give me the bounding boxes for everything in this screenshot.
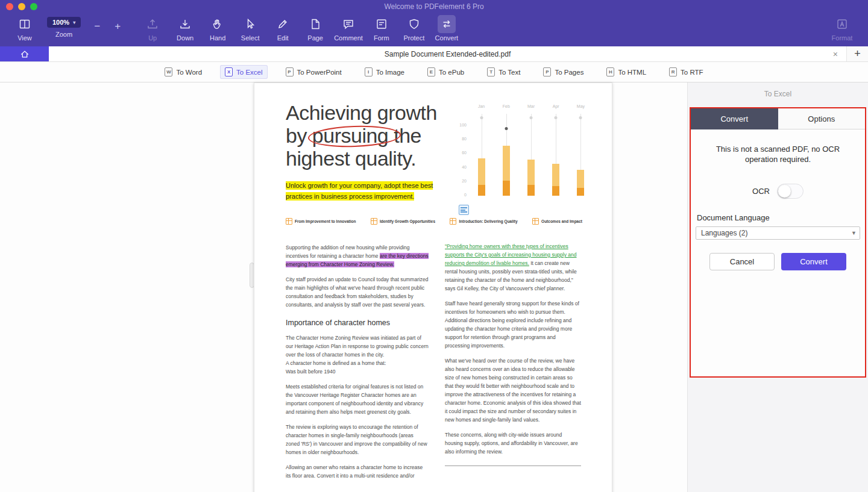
form-button[interactable]: Form [368, 15, 395, 42]
note-annotation-icon[interactable] [459, 205, 469, 215]
zoom-in-button[interactable]: + [111, 20, 124, 33]
convert-button[interactable]: Convert [433, 15, 461, 42]
comment-button[interactable]: Comment [334, 15, 363, 42]
dialog-buttons: Cancel Convert [691, 253, 865, 270]
protect-button[interactable]: Protect [400, 15, 428, 42]
convert-to-powerpoint[interactable]: P To PowerPoint [281, 65, 347, 79]
tab-bar: Sample Document Extended-edited.pdf × + [0, 46, 868, 62]
view-button[interactable]: View [11, 15, 39, 42]
convert-to-image[interactable]: I To Image [360, 65, 409, 79]
paragraph: "Providing home owners with these types … [445, 242, 581, 293]
feature-item: Outcomes and Impact [532, 218, 582, 225]
page-up-button[interactable]: Up [139, 15, 166, 42]
paragraph: Staff have heard generally strong suppor… [445, 299, 581, 350]
convert-format-bar: W To Word X To Excel P To PowerPoint I T… [0, 62, 868, 83]
epub-file-icon: E [427, 67, 435, 76]
form-icon [373, 15, 391, 33]
paragraph: A character home is defined as a home th… [286, 359, 429, 367]
close-tab-icon[interactable]: × [833, 46, 838, 61]
hand-tool-button[interactable]: Hand [204, 15, 231, 42]
ocr-row: OCR [691, 184, 865, 199]
pdf-page[interactable]: Achieving growth by pursuing the highest… [254, 83, 612, 492]
language-select[interactable]: Languages (2) ▼ [696, 226, 860, 240]
convert-dialog: Convert Options This is not a scanned PD… [690, 107, 866, 378]
zoom-out-button[interactable]: − [90, 20, 104, 33]
feature-item: Identify Growth Opportunities [371, 218, 435, 225]
chart-y-axis: 100806040200 [453, 104, 469, 208]
pdfelement-window: Welcome to PDFelement 6 Pro View 100% ▾ … [0, 0, 868, 492]
circled-word: pursuing [312, 124, 388, 147]
hand-icon [209, 15, 227, 33]
zoom-control: 100% ▾ Zoom [47, 17, 81, 38]
rtf-file-icon: R [669, 67, 677, 76]
feature-item: From Improvement to Innovation [286, 218, 356, 225]
divider [445, 466, 581, 466]
page-down-button[interactable]: Down [171, 15, 199, 42]
select-tool-button[interactable]: Select [236, 15, 264, 42]
cancel-button[interactable]: Cancel [709, 253, 775, 270]
zoom-dropdown[interactable]: 100% ▾ [47, 17, 81, 28]
section-heading: Importance of character homes [286, 319, 429, 327]
panel-title: To Excel [688, 90, 868, 98]
mini-chart-plot: JanFebMarAprMay [469, 104, 593, 208]
html-file-icon: H [606, 67, 614, 76]
left-column: Supporting the addition of new housing w… [286, 243, 429, 487]
chevron-down-icon: ▼ [851, 230, 857, 236]
document-tab[interactable]: Sample Document Extended-edited.pdf × [49, 46, 846, 61]
toggle-knob [778, 185, 791, 198]
convert-to-html[interactable]: H To HTML [602, 65, 651, 79]
chart-column: Jan [469, 104, 494, 208]
pages-file-icon: P [543, 67, 551, 76]
ocr-toggle[interactable] [777, 184, 804, 199]
close-window-button[interactable] [6, 3, 13, 10]
mini-chart-axis: 100806040200 [459, 123, 467, 197]
grid-icon [532, 218, 539, 225]
document-tab-title: Sample Document Extended-edited.pdf [385, 50, 511, 58]
image-file-icon: I [365, 67, 373, 76]
paragraph: City staff provided an update to Council… [286, 275, 429, 309]
new-tab-button[interactable]: + [846, 46, 868, 61]
paragraph: The Character Home Zoning Review was ini… [286, 334, 429, 359]
chart-column: Apr [544, 104, 568, 208]
view-icon [16, 15, 34, 33]
excel-file-icon: X [225, 67, 233, 76]
app-header: Welcome to PDFelement 6 Pro View 100% ▾ … [0, 0, 868, 46]
paragraph: These concerns, along with city-wide iss… [445, 431, 581, 456]
convert-to-rtf[interactable]: R To RTF [664, 65, 708, 79]
text-file-icon: T [487, 67, 495, 76]
home-button[interactable] [0, 46, 49, 61]
arrow-down-tray-icon [176, 15, 194, 33]
convert-arrows-icon [438, 15, 456, 33]
convert-confirm-button[interactable]: Convert [781, 253, 846, 270]
tab-options[interactable]: Options [778, 108, 866, 129]
page-button[interactable]: Page [301, 15, 329, 42]
yellow-highlight-text: Unlock growth for your company, adopt th… [286, 180, 450, 202]
convert-to-excel[interactable]: X To Excel [220, 65, 267, 79]
paragraph: Supporting the addition of new housing w… [286, 243, 429, 269]
convert-to-pages[interactable]: P To Pages [538, 65, 588, 79]
edit-button[interactable]: Edit [269, 15, 297, 42]
paragraph: Was built before 1940 [286, 367, 429, 376]
paragraph: Allowing an owner who retains a characte… [286, 463, 429, 480]
document-canvas: Achieving growth by pursuing the highest… [0, 83, 868, 492]
convert-to-epub[interactable]: E To ePub [423, 65, 469, 79]
window-title: Welcome to PDFelement 6 Pro [0, 0, 868, 13]
dialog-tabs: Convert Options [691, 108, 865, 129]
ocr-label: OCR [752, 187, 770, 196]
chart-column: Feb [494, 104, 518, 208]
convert-panel: To Excel Convert Options This is not a s… [687, 83, 868, 492]
traffic-lights [6, 3, 37, 10]
minimize-window-button[interactable] [18, 3, 25, 10]
format-icon [833, 15, 851, 33]
convert-to-word[interactable]: W To Word [160, 65, 207, 79]
tab-convert[interactable]: Convert [691, 108, 778, 129]
shield-icon [405, 15, 423, 33]
convert-to-text[interactable]: T To Text [482, 65, 525, 79]
right-column: "Providing home owners with these types … [445, 242, 581, 466]
zoom-window-button[interactable] [30, 3, 37, 10]
word-file-icon: W [165, 67, 172, 76]
format-button[interactable]: Format [828, 15, 856, 42]
chart-column: Mar [518, 104, 543, 208]
chevron-down-icon: ▾ [73, 20, 75, 25]
home-icon [19, 49, 30, 60]
